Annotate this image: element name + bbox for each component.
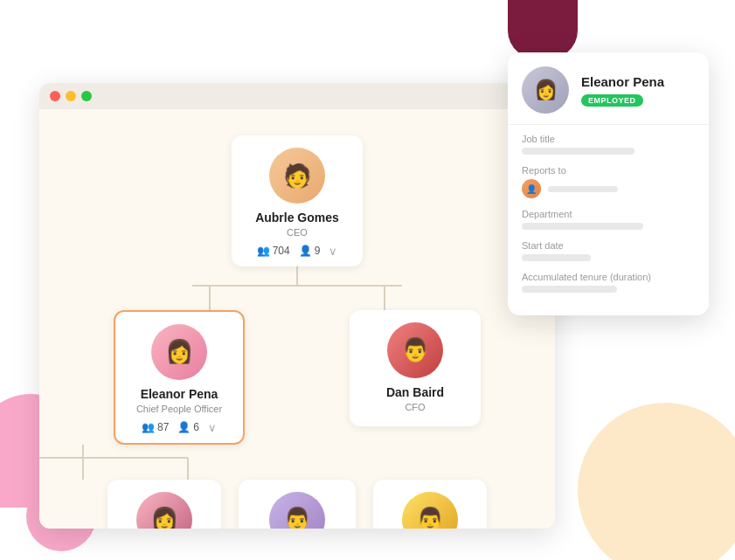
reports-to-avatar: 👤 [522, 179, 541, 198]
person-icon: 👤 [299, 245, 312, 257]
tenure-value [522, 286, 617, 293]
person-icon-e: 👤 [177, 421, 191, 433]
org-node-dan[interactable]: 👨 Dan Baird CFO [350, 310, 481, 426]
ceo-stats: 👥 704 👤 9 ∨ [257, 245, 338, 258]
profile-field-department: Department [522, 209, 695, 230]
browser-window: 🧑 Aubrle Gomes CEO 👥 704 👤 9 ∨ [39, 83, 555, 529]
start-date-value [522, 254, 591, 261]
profile-field-reports-to: Reports to 👤 [522, 165, 695, 198]
org-node-ceo[interactable]: 🧑 Aubrle Gomes CEO 👥 704 👤 9 ∨ [232, 135, 363, 266]
avatar-carol: 👩 [136, 492, 192, 529]
org-node-eleanor[interactable]: 👩 Eleanor Pena Chief People Officer 👥 87… [114, 310, 245, 445]
profile-name: Eleanor Pena [581, 74, 664, 90]
department-label: Department [522, 209, 695, 219]
ceo-directs: 👤 9 [299, 245, 321, 257]
dan-name: Dan Baird [386, 385, 444, 400]
org-node-aldo[interactable]: 👨 Aldo Villan VP People [373, 480, 487, 529]
reports-to-row: 👤 [522, 179, 695, 198]
eleanor-stats: 👥 87 👤 6 ∨ [142, 421, 217, 434]
browser-minimize-button[interactable] [66, 91, 76, 101]
ceo-expand-button[interactable]: ∨ [329, 245, 337, 258]
job-title-value [522, 148, 634, 155]
profile-avatar: 👩 [522, 66, 569, 114]
profile-fields: Job title Reports to 👤 Department Start … [508, 125, 709, 315]
browser-maximize-button[interactable] [81, 91, 92, 101]
job-title-label: Job title [522, 134, 695, 144]
dan-title: CFO [405, 402, 425, 412]
avatar-eleanor: 👩 [151, 324, 207, 380]
avatar-dan: 👨 [387, 322, 443, 378]
avatar-joshua: 👨 [269, 492, 325, 529]
level3-row: 👩 Carol Bates Head of People 👨 Joshua Ty… [107, 480, 487, 529]
ceo-title: CEO [287, 227, 308, 238]
profile-card: 👩 Eleanor Pena EMPLOYED Job title Report… [508, 52, 709, 315]
people-icon: 👥 [257, 245, 270, 257]
reports-to-label: Reports to [522, 165, 695, 176]
connector-l2-l3 [39, 445, 371, 480]
level2-row: 👩 Eleanor Pena Chief People Officer 👥 87… [114, 310, 481, 445]
department-value [522, 223, 643, 230]
ceo-reports-count: 704 [273, 245, 290, 257]
eleanor-title: Chief People Officer [136, 404, 222, 414]
browser-titlebar [39, 83, 555, 109]
eleanor-directs: 👤 6 [177, 421, 199, 433]
people-icon-e: 👥 [142, 421, 155, 433]
eleanor-reports: 👥 87 [142, 421, 169, 433]
browser-content: 🧑 Aubrle Gomes CEO 👥 704 👤 9 ∨ [39, 109, 555, 529]
eleanor-reports-count: 87 [157, 421, 169, 433]
profile-field-tenure: Accumulated tenure (duration) [522, 272, 695, 293]
profile-field-start-date: Start date [522, 240, 695, 261]
eleanor-direct-count: 6 [193, 421, 199, 433]
connector-l1-l2 [122, 266, 472, 310]
ceo-reports: 👥 704 [257, 245, 290, 257]
bg-decoration-cream [578, 403, 735, 560]
avatar-aldo: 👨 [402, 492, 458, 529]
profile-field-job-title: Job title [522, 134, 695, 155]
start-date-label: Start date [522, 240, 695, 251]
browser-close-button[interactable] [50, 91, 60, 101]
ceo-direct-count: 9 [315, 245, 321, 257]
ceo-name: Aubrle Gomes [255, 211, 339, 225]
org-node-carol[interactable]: 👩 Carol Bates Head of People [107, 480, 221, 529]
tenure-label: Accumulated tenure (duration) [522, 272, 695, 282]
org-chart: 🧑 Aubrle Gomes CEO 👥 704 👤 9 ∨ [57, 127, 537, 529]
profile-name-section: Eleanor Pena EMPLOYED [581, 74, 664, 107]
avatar-ceo: 🧑 [269, 148, 325, 204]
eleanor-expand-button[interactable]: ∨ [208, 421, 217, 434]
org-node-joshua[interactable]: 👨 Joshua Tyler Director of Benefits [239, 480, 356, 529]
employed-badge: EMPLOYED [581, 94, 643, 107]
profile-card-header: 👩 Eleanor Pena EMPLOYED [508, 52, 709, 125]
reports-to-value [548, 186, 618, 192]
eleanor-name: Eleanor Pena [141, 387, 218, 402]
